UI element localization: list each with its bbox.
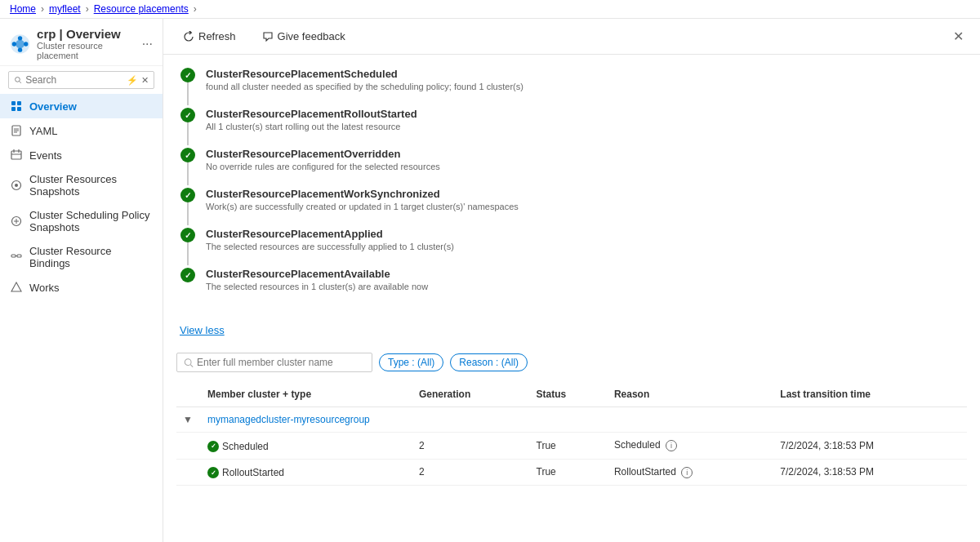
refresh-button[interactable]: Refresh <box>176 27 243 46</box>
timeline-item-5: ClusterResourcePlacementAvailable The se… <box>180 268 964 308</box>
breadcrumb-fleet[interactable]: myfleet <box>49 3 81 15</box>
row2-reason: RolloutStarted <box>614 466 676 478</box>
timeline: ClusterResourcePlacementScheduled found … <box>163 55 980 321</box>
timeline-dot-2 <box>180 148 195 162</box>
svg-rect-26 <box>17 255 21 257</box>
works-label: Works <box>29 282 60 294</box>
row1-info-icon[interactable]: i <box>666 440 677 451</box>
timeline-dot-5 <box>180 268 195 282</box>
events-icon <box>10 149 23 162</box>
svg-rect-16 <box>11 151 21 159</box>
svg-point-5 <box>24 42 28 46</box>
row2-info-icon[interactable]: i <box>681 467 693 478</box>
cluster-group-link[interactable]: mymanagedcluster-myresourcegroup <box>207 414 370 425</box>
timeline-title-3: ClusterResourcePlacementWorkSynchronized <box>206 188 964 200</box>
breadcrumb: Home › myfleet › Resource placements › <box>0 0 980 19</box>
events-label: Events <box>29 149 62 162</box>
row2-generation: 2 <box>412 459 530 486</box>
svg-point-1 <box>16 39 24 48</box>
filter-search-wrap <box>176 353 372 372</box>
svg-rect-8 <box>11 101 16 105</box>
row2-reason-cell: RolloutStarted i <box>608 459 773 486</box>
svg-rect-9 <box>17 101 21 105</box>
works-icon <box>10 281 23 294</box>
timeline-title-1: ClusterResourcePlacementRolloutStarted <box>206 108 964 120</box>
svg-rect-10 <box>11 107 16 111</box>
timeline-dot-4 <box>180 228 195 242</box>
timeline-item-4: ClusterResourcePlacementApplied The sele… <box>180 228 964 268</box>
row2-type-cell: RolloutStarted <box>201 459 412 486</box>
table-header: Member cluster + type Generation Status … <box>176 382 967 407</box>
filter-bar: Type : (All) Reason : (All) <box>163 346 980 382</box>
bindings-label: Cluster Resource Bindings <box>29 245 153 269</box>
feedback-button[interactable]: Give feedback <box>256 27 352 46</box>
sidebar-item-works[interactable]: Works <box>0 275 163 300</box>
timeline-desc-2: No override rules are configured for the… <box>206 162 964 171</box>
breadcrumb-current[interactable]: Resource placements <box>94 3 189 15</box>
timeline-desc-3: Work(s) are successfully created or upda… <box>206 202 964 211</box>
policy-label: Cluster Scheduling Policy Snapshots <box>29 209 153 233</box>
table-row: RolloutStarted 2 True RolloutStarted i 7… <box>176 459 967 486</box>
sidebar-item-cluster-resource-bindings[interactable]: Cluster Resource Bindings <box>0 239 163 275</box>
timeline-dot-3 <box>180 188 195 202</box>
clusters-table: Member cluster + type Generation Status … <box>176 382 967 486</box>
timeline-dot-1 <box>180 108 195 122</box>
expand-col-header <box>176 382 201 407</box>
row2-type: RolloutStarted <box>222 467 284 478</box>
timeline-item-3: ClusterResourcePlacementWorkSynchronized… <box>180 188 964 228</box>
more-options-button[interactable]: ··· <box>142 37 153 51</box>
app-logo <box>10 33 30 56</box>
col-header-transition: Last transition time <box>773 382 967 407</box>
main-content: Refresh Give feedback ✕ ClusterResourceP… <box>163 19 980 542</box>
group-expand-cell: ▼ <box>176 407 201 433</box>
yaml-label: YAML <box>29 125 57 137</box>
sidebar-item-yaml[interactable]: YAML <box>0 118 163 143</box>
row1-type: Scheduled <box>222 441 269 452</box>
timeline-desc-4: The selected resources are successfully … <box>206 242 964 251</box>
group-name-cell: mymanagedcluster-myresourcegroup <box>201 407 967 433</box>
row2-status-dot <box>207 467 219 478</box>
row1-generation: 2 <box>412 433 530 460</box>
row2-status: True <box>530 459 608 486</box>
overview-icon <box>10 100 23 113</box>
search-input[interactable] <box>25 74 123 86</box>
snapshots-icon <box>10 179 23 192</box>
reason-filter-tag[interactable]: Reason : (All) <box>450 353 528 371</box>
svg-point-4 <box>12 42 16 46</box>
refresh-icon <box>183 31 194 42</box>
close-button[interactable]: ✕ <box>950 25 967 47</box>
timeline-desc-0: found all cluster needed as specified by… <box>206 82 964 91</box>
col-header-reason: Reason <box>608 382 773 407</box>
row1-reason-cell: Scheduled i <box>608 433 773 460</box>
sidebar-item-cluster-resources-snapshots[interactable]: Cluster Resources Snapshots <box>0 167 163 203</box>
filter-icon: ⚡ <box>127 75 138 86</box>
svg-marker-28 <box>11 282 21 291</box>
group-expand-button[interactable]: ▼ <box>183 414 193 425</box>
sidebar-header: crp | Overview Cluster resource placemen… <box>0 19 163 66</box>
svg-point-29 <box>185 358 191 365</box>
row2-transition: 7/2/2024, 3:18:53 PM <box>773 459 967 486</box>
cluster-search-input[interactable] <box>197 357 365 368</box>
sidebar-item-events[interactable]: Events <box>0 143 163 167</box>
row1-type-cell: Scheduled <box>201 433 412 460</box>
sidebar-item-cluster-scheduling-policy-snapshots[interactable]: Cluster Scheduling Policy Snapshots <box>0 203 163 239</box>
timeline-item-1: ClusterResourcePlacementRolloutStarted A… <box>180 108 964 148</box>
group-row: ▼ mymanagedcluster-myresourcegroup <box>176 407 967 433</box>
view-less-link[interactable]: View less <box>163 321 980 346</box>
search-wrap: ⚡ ✕ <box>8 71 154 89</box>
col-header-cluster: Member cluster + type <box>201 382 412 407</box>
timeline-dot-0 <box>180 68 195 82</box>
svg-point-6 <box>16 78 20 82</box>
sidebar-item-overview[interactable]: Overview <box>0 94 163 118</box>
toolbar: Refresh Give feedback ✕ <box>163 19 980 55</box>
timeline-title-2: ClusterResourcePlacementOverridden <box>206 148 964 160</box>
breadcrumb-home[interactable]: Home <box>10 3 36 15</box>
timeline-item-0: ClusterResourcePlacementScheduled found … <box>180 68 964 108</box>
timeline-desc-5: The selected resources in 1 cluster(s) a… <box>206 282 964 291</box>
table-wrap: Member cluster + type Generation Status … <box>163 382 980 486</box>
type-filter-tag[interactable]: Type : (All) <box>379 353 443 371</box>
svg-rect-25 <box>11 255 16 257</box>
svg-line-30 <box>190 364 193 367</box>
sidebar-nav: Overview YAML Events Cluster Resources S… <box>0 94 163 542</box>
clear-icon[interactable]: ✕ <box>141 75 149 86</box>
